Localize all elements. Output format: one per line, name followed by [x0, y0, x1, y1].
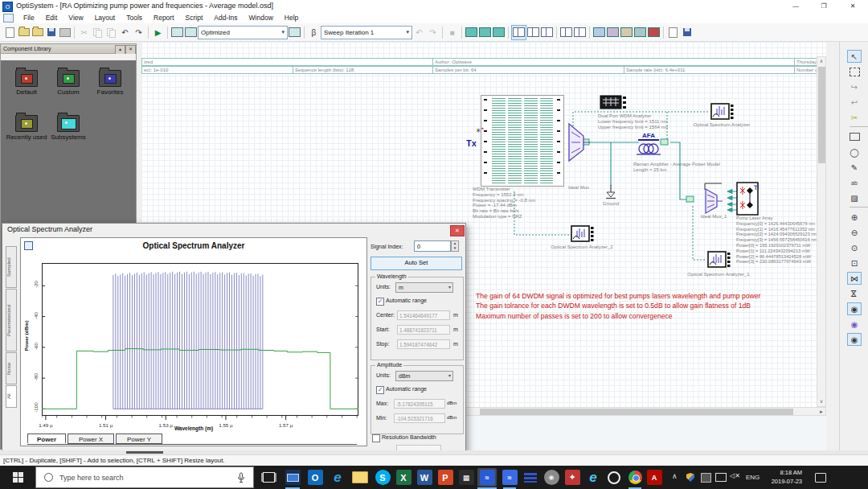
- taskbar-app-optisystem-2[interactable]: ≈: [500, 468, 519, 487]
- optical-spectrum-analyzer-1-component[interactable]: [707, 251, 731, 269]
- window-split2-icon[interactable]: [526, 26, 540, 39]
- ellipse-tool-icon[interactable]: ◯: [847, 146, 862, 158]
- scroll-up-icon[interactable]: ∧: [817, 58, 825, 64]
- tab-noise[interactable]: Noise: [6, 352, 17, 384]
- taskbar-app-lines[interactable]: [521, 468, 540, 487]
- layout-combo[interactable]: Optimized▾: [198, 26, 288, 39]
- menu-window[interactable]: Window: [244, 14, 279, 22]
- rectangle-tool-icon[interactable]: [847, 130, 862, 143]
- zoom-window-icon[interactable]: ⊙: [847, 241, 862, 254]
- connect-tool-icon[interactable]: ↪: [847, 80, 862, 93]
- copy-icon[interactable]: [91, 26, 104, 39]
- sweep-combo[interactable]: Sweep Iteration 1▾: [321, 26, 412, 39]
- paste-icon[interactable]: [104, 26, 118, 39]
- tray-vault-icon[interactable]: [701, 473, 711, 483]
- tray-language[interactable]: ENG: [746, 474, 760, 481]
- tray-chevron-up-icon[interactable]: ∧: [672, 472, 678, 480]
- script-icon[interactable]: [666, 26, 680, 39]
- task-view-button[interactable]: [259, 469, 278, 486]
- wavelength-autorange-checkbox[interactable]: ✓: [376, 298, 384, 306]
- taskbar-app-chrome[interactable]: [625, 468, 645, 487]
- close-button[interactable]: ✕: [841, 0, 865, 12]
- window-tile-icon[interactable]: [559, 26, 573, 39]
- marquee-select-icon[interactable]: [847, 65, 862, 78]
- taskbar-app-acrobat[interactable]: A: [645, 468, 664, 487]
- taskbar-app-internet-explorer[interactable]: e: [583, 468, 603, 487]
- menu-addins[interactable]: Add-Ins: [208, 14, 243, 22]
- amplitude-units-select[interactable]: dBm: [395, 371, 453, 381]
- mdi-child-icon[interactable]: [3, 14, 14, 23]
- redo-icon[interactable]: ↷: [132, 26, 145, 39]
- pointer-tool-icon[interactable]: ↖: [847, 50, 862, 63]
- fit-horizontal-icon[interactable]: ⋈: [847, 272, 862, 285]
- library-folder-recently-used[interactable]: Recently used: [6, 115, 47, 142]
- menu-view[interactable]: View: [63, 14, 88, 22]
- print-icon[interactable]: [58, 26, 72, 39]
- taskbar-app-powerpoint[interactable]: P: [436, 468, 455, 487]
- ideal-mux-component[interactable]: [564, 121, 596, 166]
- window-cascade-icon[interactable]: [573, 26, 587, 39]
- window-split-icon[interactable]: [511, 25, 526, 40]
- optical-spectrum-analyzer-component[interactable]: [710, 103, 735, 121]
- menu-layout[interactable]: Layout: [89, 14, 121, 22]
- amplitude-autorange-checkbox[interactable]: ✓: [376, 386, 384, 394]
- scroll-down-icon[interactable]: ∨: [817, 398, 825, 404]
- taskbar-app-file-explorer[interactable]: [350, 468, 370, 487]
- maximize-button[interactable]: ❐: [812, 0, 836, 12]
- library-folder-default[interactable]: Default: [6, 70, 47, 97]
- scrollbar-thumb[interactable]: [126, 451, 163, 454]
- menu-report[interactable]: Report: [148, 14, 180, 22]
- image-tool-icon[interactable]: ▨: [847, 191, 862, 204]
- microphone-icon[interactable]: [237, 472, 245, 483]
- tray-defender-shield-icon[interactable]: [686, 473, 694, 482]
- tab-parameterized[interactable]: Parameterized: [6, 289, 17, 351]
- scroll-right-icon[interactable]: ►: [819, 409, 824, 414]
- tab-power[interactable]: Power: [27, 434, 66, 444]
- max-field[interactable]: -5.17824395115: [394, 399, 445, 409]
- center-field[interactable]: 1.541464649177: [397, 310, 450, 320]
- library-folder-subsystems[interactable]: Subsystems: [47, 115, 89, 142]
- undo-icon[interactable]: ↶: [118, 26, 132, 39]
- scissors-icon[interactable]: ✂: [847, 111, 862, 124]
- layout-add-icon[interactable]: [288, 26, 301, 39]
- dialog-close-icon[interactable]: ✕: [450, 225, 465, 236]
- open-icon[interactable]: [17, 26, 31, 39]
- taskbar-app-excel[interactable]: X: [394, 468, 413, 487]
- menu-file[interactable]: File: [18, 14, 40, 22]
- zoom-page-icon[interactable]: ⊡: [847, 257, 862, 269]
- taskbar-app-outlook[interactable]: O: [305, 468, 325, 487]
- calculate-play-icon[interactable]: ▶: [151, 26, 165, 39]
- signal-index-input[interactable]: 0: [414, 240, 451, 252]
- menu-tools[interactable]: Tools: [121, 14, 148, 22]
- taskbar-app-skype[interactable]: S: [373, 468, 392, 487]
- component-tool2-icon[interactable]: [606, 26, 620, 39]
- dual-port-wdm-analyzer-component[interactable]: [600, 95, 628, 111]
- sweep-next-icon[interactable]: ↷: [426, 26, 440, 39]
- wavelength-units-select[interactable]: m: [395, 282, 453, 293]
- ground-component[interactable]: [604, 185, 617, 199]
- taskbar-app-optisystem-active[interactable]: ≈: [477, 468, 497, 487]
- library-folder-custom[interactable]: Custom: [47, 70, 89, 97]
- component-tool4-icon[interactable]: [633, 26, 647, 39]
- show-grid-icon[interactable]: ◉: [847, 333, 862, 346]
- min-field[interactable]: -104.515321716: [394, 413, 445, 423]
- signal-index-spinner[interactable]: ▲▼: [451, 240, 459, 252]
- fit-vertical-icon[interactable]: ⋈: [848, 286, 861, 301]
- menu-help[interactable]: Help: [279, 14, 304, 22]
- minimize-button[interactable]: —: [784, 0, 808, 12]
- optical-spectrum-analyzer-2-component[interactable]: [571, 225, 595, 243]
- tray-notifications-icon[interactable]: [815, 473, 826, 483]
- console2-icon[interactable]: [478, 26, 492, 39]
- canvas-vertical-scrollbar[interactable]: ∧ ∨: [817, 56, 826, 407]
- resolution-bandwidth-checkbox[interactable]: [372, 434, 380, 442]
- save-all-icon[interactable]: [680, 26, 694, 39]
- tab-power-y[interactable]: Power Y: [116, 434, 162, 444]
- taskbar-app-calculator[interactable]: ▦: [457, 468, 476, 487]
- spectrum-chart[interactable]: [42, 262, 358, 421]
- zoom-out-icon[interactable]: ⊖: [847, 226, 862, 239]
- layout-view-icon[interactable]: [170, 26, 184, 39]
- stop-icon[interactable]: ■: [445, 26, 459, 39]
- auto-set-button[interactable]: Auto Set: [371, 257, 462, 270]
- window-split3-icon[interactable]: [540, 26, 554, 39]
- disconnect-tool-icon[interactable]: ↩: [847, 96, 862, 109]
